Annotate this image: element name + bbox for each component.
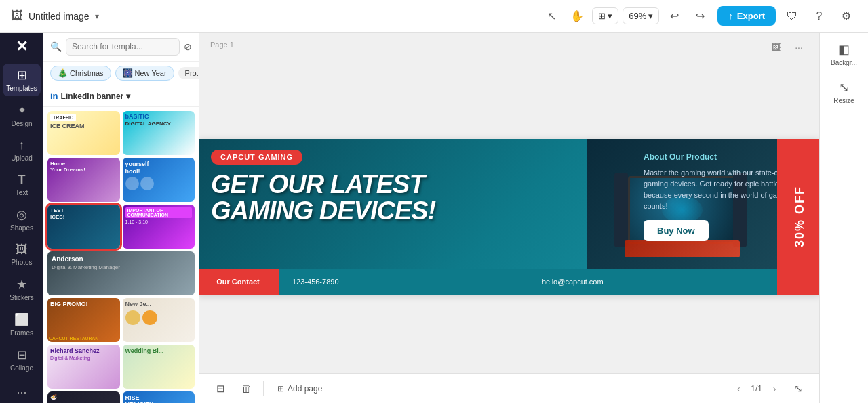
christmas-label: Christmas	[70, 69, 104, 77]
collage-label: Collage	[10, 364, 33, 372]
search-bar: 🔍 ⊘	[43, 33, 199, 62]
pointer-tool-button[interactable]: ↖	[540, 5, 562, 27]
hand-tool-button[interactable]: ✋	[566, 5, 588, 27]
upload-label: Upload	[11, 154, 33, 162]
page-label: Page 1	[210, 41, 234, 49]
frames-icon: ⬜	[14, 312, 29, 327]
resize-icon: ⤡	[839, 80, 849, 95]
logo-icon: ✕	[16, 38, 28, 56]
template-item[interactable]: BIG PROMO! CAPCUT RESTAURANT	[47, 298, 120, 342]
add-page-button[interactable]: ⊞ Add page	[271, 381, 329, 397]
sidebar-item-more[interactable]: ···	[3, 381, 41, 403]
template-item[interactable]: Richard SanchezDigital & Marketing	[47, 345, 120, 389]
newyear-emoji: 🎆	[123, 68, 133, 78]
template-item[interactable]: HomeYour Dreams!	[47, 158, 120, 202]
layout-icon: ⊞	[598, 11, 606, 21]
upload-icon: ↑	[19, 138, 25, 152]
sidebar-item-photos[interactable]: 🖼 Photos	[3, 238, 41, 270]
template-item[interactable]: TRAFFIC ICE CREAM	[47, 111, 120, 155]
sidebar-item-frames[interactable]: ⬜ Frames	[3, 308, 41, 341]
template-item[interactable]: New Je...	[123, 298, 195, 342]
template-item[interactable]: Wedding Bl...	[123, 345, 195, 389]
help-icon-button[interactable]: ?	[808, 5, 830, 27]
buy-now-button[interactable]: Buy Now	[644, 220, 709, 241]
page-thumbnail-icon[interactable]: 🖼	[766, 38, 785, 57]
right-panel-resize[interactable]: ⤡ Resize	[823, 76, 866, 108]
background-label: Backgr...	[831, 59, 857, 66]
template-item-selected[interactable]: TESTICES!	[47, 205, 120, 249]
toolbar-left: 🖼 Untitled image ▾	[11, 9, 534, 23]
sidebar-item-collage[interactable]: ⊟ Collage	[3, 343, 41, 376]
speaker-left	[614, 173, 628, 247]
resize-label: Resize	[833, 97, 854, 104]
photos-label: Photos	[11, 259, 32, 266]
template-item[interactable]: yourselfhool!	[123, 158, 195, 202]
sidebar-item-stickers[interactable]: ★ Stickers	[3, 273, 41, 305]
template-item[interactable]: AndersonDigital & Marketing Manager	[47, 251, 195, 295]
bottom-left: ⊟ 🗑	[210, 379, 256, 399]
template-item[interactable]: RISEUBLICITY	[123, 391, 195, 403]
sidebar-item-design[interactable]: ✦ Design	[3, 99, 41, 131]
template-item[interactable]: bASITICDIGITAL AGENCY	[123, 111, 195, 155]
filter-tags: 🎄 Christmas 🎆 New Year Pro...	[43, 62, 199, 85]
sidebar-item-text[interactable]: T Text	[3, 169, 41, 200]
design-icon: ✦	[17, 103, 27, 118]
discount-text: 30% OFF	[793, 186, 806, 247]
title-dropdown-icon[interactable]: ▾	[95, 12, 99, 21]
trash-button[interactable]: 🗑	[236, 379, 256, 399]
stickers-label: Stickers	[9, 294, 34, 301]
banner-bottom-bar: Our Contact 123-456-7890 hello@capcut.co…	[199, 269, 777, 295]
stickers-icon: ★	[16, 277, 27, 292]
right-panel: ◧ Backgr... ⤡ Resize	[819, 33, 868, 403]
design-label: Design	[11, 120, 32, 127]
zoom-level-label: 69%	[629, 11, 646, 21]
templates-grid: TRAFFIC ICE CREAM bASITICDIGITAL AGENCY …	[43, 107, 199, 403]
contact-phone: 123-456-7890	[279, 269, 528, 295]
expand-button[interactable]: ⤡	[788, 379, 808, 399]
shield-icon-button[interactable]: 🛡	[781, 5, 803, 27]
filter-newyear[interactable]: 🎆 New Year	[115, 66, 174, 81]
next-page-button[interactable]: ›	[766, 381, 783, 397]
frames-label: Frames	[10, 329, 33, 337]
page-indicator: 1/1	[751, 384, 762, 394]
sidebar-item-upload[interactable]: ↑ Upload	[3, 134, 41, 166]
export-label: Export	[737, 11, 765, 21]
headline-line1: GET OUR LATEST	[211, 171, 625, 198]
layout-selector[interactable]: ⊞ ▾	[592, 7, 618, 24]
category-header[interactable]: in LinkedIn banner ▾	[43, 85, 199, 107]
page-more-icon[interactable]: ···	[789, 38, 808, 57]
right-panel-background[interactable]: ◧ Backgr...	[823, 38, 866, 70]
settings-icon-button[interactable]: ⚙	[835, 5, 857, 27]
document-title[interactable]: Untitled image	[28, 11, 90, 22]
banner-headline: GET OUR LATEST GAMING DEVICES!	[211, 171, 625, 226]
category-chevron-icon: ▾	[126, 91, 130, 101]
capcut-badge: CAPCUT GAMING	[211, 150, 302, 165]
product-title: About Our Product	[644, 152, 717, 162]
zoom-selector[interactable]: 69% ▾	[623, 7, 659, 24]
template-item[interactable]: IMPORTANT OF COMMUNICATION1.10 - 3.10	[123, 205, 195, 249]
filter-christmas[interactable]: 🎄 Christmas	[50, 66, 111, 81]
export-arrow-icon: ↑	[728, 11, 733, 21]
more-icon: ···	[16, 385, 26, 400]
search-icon: 🔍	[50, 41, 62, 52]
filter-promo[interactable]: Pro...	[178, 67, 199, 79]
add-page-icon: ⊞	[277, 384, 284, 394]
category-name: LinkedIn banner	[61, 91, 124, 101]
search-input[interactable]	[66, 38, 180, 56]
redo-button[interactable]: ↪	[689, 5, 711, 27]
sidebar-item-shapes[interactable]: ◎ Shapes	[3, 203, 41, 236]
shapes-icon: ◎	[16, 207, 27, 222]
prev-page-button[interactable]: ‹	[730, 381, 747, 397]
bottom-bar: ⊟ 🗑 ⊞ Add page ‹ 1/1 › ⤡	[199, 373, 819, 403]
banner-canvas[interactable]: CAPCUT GAMING GET OUR LATEST GAMING DEVI…	[199, 139, 819, 295]
file-icon: 🖼	[11, 9, 23, 23]
sidebar-item-templates[interactable]: ⊞ Templates	[3, 64, 41, 96]
undo-button[interactable]: ↩	[663, 5, 685, 27]
templates-label: Templates	[6, 85, 37, 92]
headline-line2: GAMING DEVICES!	[211, 198, 625, 225]
template-item[interactable]: 🍜 Spe...	[47, 391, 120, 403]
app-logo[interactable]: ✕	[3, 38, 41, 56]
export-button[interactable]: ↑ Export	[717, 6, 776, 26]
filter-icon[interactable]: ⊘	[184, 41, 192, 52]
page-thumbnail-button[interactable]: ⊟	[210, 379, 231, 399]
